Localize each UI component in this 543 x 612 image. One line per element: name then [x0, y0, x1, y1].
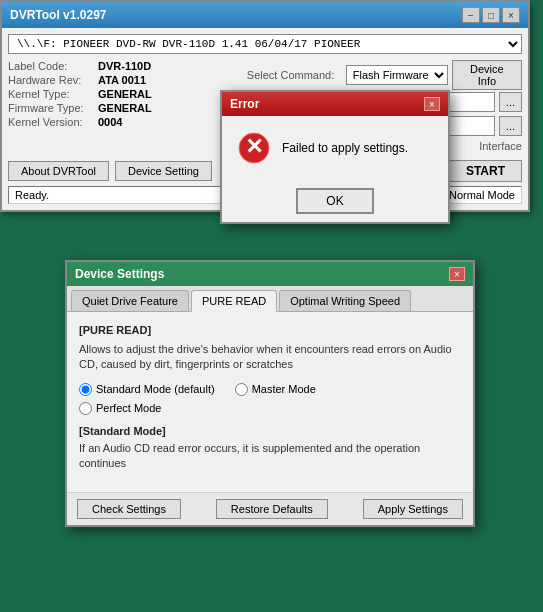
command-label: Select Command:: [247, 69, 342, 81]
apply-settings-button[interactable]: Apply Settings: [363, 499, 463, 519]
file-browse-button2[interactable]: ...: [499, 116, 522, 136]
device-settings-dialog: Device Settings × Quiet Drive Feature PU…: [65, 260, 475, 527]
device-bar: \\.\F: PIONEER DVD-RW DVR-110D 1.41 06/0…: [8, 34, 522, 54]
start-button[interactable]: START: [449, 160, 522, 182]
minimize-button[interactable]: −: [462, 7, 480, 23]
device-setting-button[interactable]: Device Setting: [115, 161, 212, 181]
standard-mode-desc: [Standard Mode]: [79, 425, 461, 437]
ds-tabs: Quiet Drive Feature PURE READ Optimal Wr…: [67, 286, 473, 312]
error-icon: ✕: [238, 132, 270, 164]
pure-read-description: Allows to adjust the drive's behavior wh…: [79, 342, 461, 373]
status-ready: Ready.: [15, 189, 49, 201]
interface-label: Interface: [479, 140, 522, 152]
ds-close-button[interactable]: ×: [449, 267, 465, 281]
maximize-button[interactable]: □: [482, 7, 500, 23]
main-window-title: DVRTool v1.0297: [10, 8, 106, 22]
tab-pure-read[interactable]: PURE READ: [191, 290, 277, 312]
label-code-field: Label Code: DVR-110D: [8, 60, 239, 72]
check-settings-button[interactable]: Check Settings: [77, 499, 181, 519]
tab-quiet-drive[interactable]: Quiet Drive Feature: [71, 290, 189, 311]
ds-footer: Check Settings Restore Defaults Apply Se…: [67, 492, 473, 525]
restore-defaults-button[interactable]: Restore Defaults: [216, 499, 328, 519]
info-col-left: Label Code: DVR-110D Hardware Rev: ATA 0…: [8, 60, 239, 156]
device-select[interactable]: \\.\F: PIONEER DVD-RW DVR-110D 1.41 06/0…: [8, 34, 522, 54]
ds-title-bar: Device Settings ×: [67, 262, 473, 286]
hardware-rev-label: Hardware Rev:: [8, 74, 98, 86]
kernel-type-label: Kernel Type:: [8, 88, 98, 100]
close-button[interactable]: ×: [502, 7, 520, 23]
firmware-type-value: GENERAL: [98, 102, 152, 114]
svg-text:✕: ✕: [245, 134, 263, 159]
standard-mode-body: If an Audio CD read error occurs, it is …: [79, 441, 461, 472]
hardware-rev-value: ATA 0011: [98, 74, 146, 86]
ds-title: Device Settings: [75, 267, 164, 281]
kernel-version-value: 0004: [98, 116, 122, 128]
pure-read-title: [PURE READ]: [79, 324, 461, 336]
error-close-button[interactable]: ×: [424, 97, 440, 111]
radio-row-top: Standard Mode (default) Master Mode: [79, 383, 461, 396]
label-code-label: Label Code:: [8, 60, 98, 72]
master-mode-input[interactable]: [235, 383, 248, 396]
error-title-bar: Error ×: [222, 92, 448, 116]
main-title-bar: DVRTool v1.0297 − □ ×: [2, 2, 528, 28]
error-message: Failed to apply settings.: [282, 141, 408, 155]
kernel-version-field: Kernel Version: 0004: [8, 116, 239, 128]
tab-optimal-speed[interactable]: Optimal Writing Speed: [279, 290, 411, 311]
about-dvrtool-button[interactable]: About DVRTool: [8, 161, 109, 181]
error-dialog: Error × ✕ Failed to apply settings. OK: [220, 90, 450, 224]
kernel-version-label: Kernel Version:: [8, 116, 98, 128]
error-body: ✕ Failed to apply settings.: [222, 116, 448, 180]
kernel-type-field: Kernel Type: GENERAL: [8, 88, 239, 100]
standard-mode-input[interactable]: [79, 383, 92, 396]
perfect-mode-radio[interactable]: Perfect Mode: [79, 402, 461, 415]
title-bar-buttons: − □ ×: [462, 7, 520, 23]
firmware-type-label: Firmware Type:: [8, 102, 98, 114]
file-browse-button[interactable]: ...: [499, 92, 522, 112]
firmware-type-field: Firmware Type: GENERAL: [8, 102, 239, 114]
perfect-mode-input[interactable]: [79, 402, 92, 415]
standard-mode-radio[interactable]: Standard Mode (default): [79, 383, 215, 396]
status-mode: Normal Mode: [449, 189, 515, 201]
error-title: Error: [230, 97, 259, 111]
command-row: Select Command: Flash Firmware Device In…: [247, 60, 522, 90]
error-ok-row: OK: [222, 180, 448, 222]
label-code-value: DVR-110D: [98, 60, 151, 72]
hardware-rev-field: Hardware Rev: ATA 0011: [8, 74, 239, 86]
ds-body: [PURE READ] Allows to adjust the drive's…: [67, 312, 473, 492]
kernel-type-value: GENERAL: [98, 88, 152, 100]
command-select[interactable]: Flash Firmware: [346, 65, 448, 85]
device-info-button[interactable]: Device Info: [452, 60, 522, 90]
master-mode-radio[interactable]: Master Mode: [235, 383, 316, 396]
error-ok-button[interactable]: OK: [296, 188, 373, 214]
